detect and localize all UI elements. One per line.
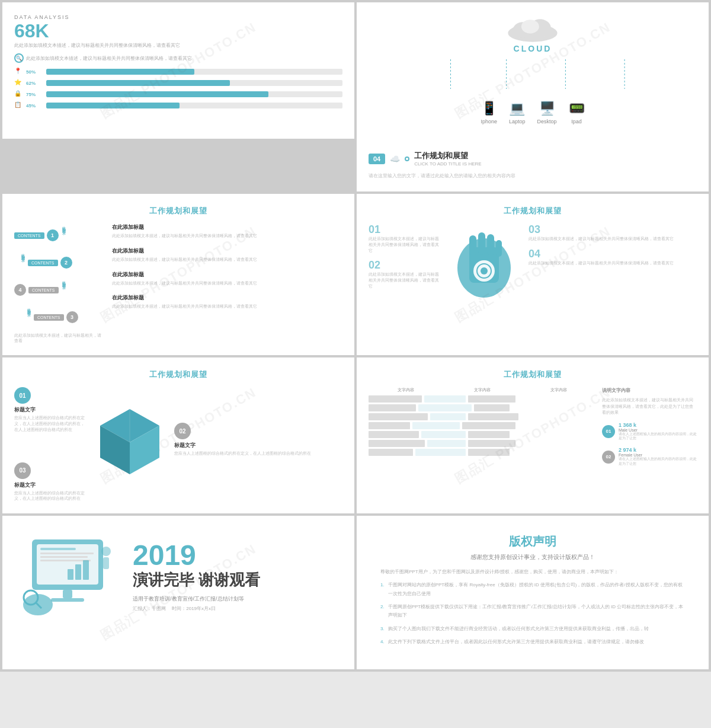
bar-track-1 [46,69,342,75]
contents-left: CONTENTS 1 此处添加如填模文字 此处添加如填模文字 CONTENTS … [14,223,103,343]
star-icon: ⭐ [14,79,23,87]
box-left: 01 标题文字 您应当人上述图框的综合格式的所在定义，在人上述图框的综合格式的所… [14,387,85,502]
circle-num-01: 01 [14,387,31,404]
content-box-1: CONTENTS [14,232,44,239]
right-desc: 此处添加如填模文本描述，建议与标题相关并共同整体保清晰风格，请查看其它，此处是为… [602,397,697,416]
copyright-text-3: 购买了个人图向我们下载文件不能进行商业经营活动，或者以任何形式允许第三方使用提供… [388,625,649,633]
device-iphone: 📱 Iphone [481,101,497,124]
copyright-num-1: 1. [380,581,385,598]
table-row-6 [369,440,596,447]
content-item-2: 在此添加标题 此处添加如填模文本描述，建议与标题相关并共同整体保清晰风格，请查看… [112,247,342,263]
finger-center [446,223,523,301]
item-label-3: 在此添加标题 [112,271,342,279]
user-stat-male: 01 1 368 k Male User 请在人上述图框输入您的相关内容内容说明… [602,422,697,442]
box-title-03: 标题文字 [14,481,85,489]
cloud-lines [369,59,697,89]
tag-icon: ☁️ [390,154,400,164]
slide-copyright: 版权声明 感谢您支持原创设计事业，支持设计版权产品！ 尊敬的千图网PPT用户，为… [357,516,709,669]
final-content: 2019 演讲完毕 谢谢观看 适用于教育培训/教育宣传/工作汇报/总结计划等 汇… [133,541,342,612]
vert-text-1: 此处添加如填模文字 [61,223,66,247]
svg-rect-12 [487,234,494,256]
copyright-subtitle: 感谢您支持原创设计事业，支持设计版权产品！ [380,553,685,561]
done-text: 演讲完毕 谢谢观看 [133,570,342,590]
content-item-3: 在此添加标题 此处添加如填模文本描述，建议与标题相关并共同整体保清晰风格，请查看… [112,271,342,286]
num-item-2: 02 此处添加如填模文本描述，建议与标题相关并共同整体保清晰风格，请查看其它 [369,259,440,289]
svg-point-35 [101,547,111,556]
box-desc-01: 您应当人上述图框的综合格式的所在定义，在人上述图框的综合格式的所在，在人上述图框… [14,415,85,432]
bar-row-2: ⭐ 62% [14,79,342,87]
svg-rect-11 [478,232,485,255]
num-item-1: 01 此处添加如填模文本描述，建议与标题相关并共同整体保清晰风格，请查看其它 [369,223,440,253]
slide6-heading: 工作规划和展望 [369,369,697,380]
bar-label-3: 75% [26,92,43,97]
contents-section: CONTENTS 1 此处添加如填模文字 此处添加如填模文字 CONTENTS … [14,223,342,343]
bar-rows: 📍 50% ⭐ 62% 🔒 75% 📋 45% [14,68,342,110]
svg-rect-23 [40,548,76,550]
circle-num-02: 02 [174,423,191,439]
workplan-desc: 请在这里输入您的文字，请通过此处输入您的请输入您的相关内容内容 [369,173,697,180]
bar-row-4: 📋 45% [14,101,342,110]
svg-point-16 [481,267,488,274]
document-icon: 📋 [14,101,23,110]
device-ipad: 📟 Ipad [569,101,585,124]
item-desc-4: 此处添加如填模文本描述，建议与标题相关并共同整体保清晰风格，请查看其它 [112,304,342,309]
slide-cloud: 图品汇 PHOTOPHOTO.CN CLOUD 📱 Iphone 💻 [357,2,709,139]
item-desc-1: 此处添加如填模文本描述，建议与标题相关并共同整体保清晰风格，请查看其它 [112,233,342,239]
contents-bottom-desc: 此处添加如填模文本描述，建议与标题相关，请查看 [14,333,103,343]
table-right: 说明文字内容 此处添加如填模文本描述，建议与标题相关并共同整体保清晰风格，请查看… [602,387,697,467]
content-item-1: 在此添加标题 此处添加如填模文本描述，建议与标题相关并共同整体保清晰风格，请查看… [112,223,342,239]
num-label-03: 03 [529,223,697,236]
stat-circle-2: 02 [602,451,615,464]
lock-icon: 🔒 [14,90,23,98]
num-desc-04: 此处添加如填模文本描述，建议与标题相关并共同整体保清晰风格，请查看其它 [529,260,697,266]
cloud-label: CLOUD [514,44,552,53]
laptop-label: Laptop [509,119,526,124]
female-desc: 请在人上述图框输入您的相关内容内容说明，此处是为了让您 [619,457,697,467]
copyright-num-4: 4. [380,638,385,646]
bar-row-3: 🔒 75% [14,90,342,98]
svg-rect-10 [469,235,476,256]
copyright-title: 版权声明 [380,534,685,550]
bar-label-1: 50% [26,69,43,75]
stat-info-female: 2 974 k Female User 请在人上述图框输入您的相关内容内容说明，… [619,447,697,467]
copyright-text-2: 千图网原创PPT模板提供下载仅供以下用途：工作汇报/教育宣传推广/工作汇报/总结… [388,603,685,620]
num-label-02: 02 [369,259,440,272]
reporter-info: 汇报人：千图网 时间：2019年x月x日 [133,605,342,612]
num-desc-02: 此处添加如填模文本描述，建议与标题相关并共同整体保清晰风格，请查看其它 [369,272,440,289]
search-icon: 🔍 [14,53,24,63]
item-label-1: 在此添加标题 [112,223,342,231]
box-title-02: 标题文字 [174,442,342,449]
cube-svg [91,403,168,486]
num-item-3: 03 此处添加如填模文本描述，建议与标题相关并共同整体保清晰风格，请查看其它 [529,223,697,242]
content-circle-4: 4 [14,284,26,296]
tag-dot [405,157,409,161]
data-analysis-title: DATA ANALYSIS [14,14,342,20]
contents-right: 在此添加标题 此处添加如填模文本描述，建议与标题相关并共同整体保清晰风格，请查看… [112,223,342,343]
content-row-3: 4 CONTENTS 此处添加如填模文字 [14,278,103,302]
table-section: 文字内容 文字内容 文字内容 [369,387,697,467]
box-desc-03: 您应当人上述图框的综合格式的所在定义，在人上述图框的综合格式的所在 [14,490,85,502]
finger-right: 03 此处添加如填模文本描述，建议与标题相关并共同整体保清晰风格，请查看其它 0… [529,223,697,301]
item-desc-3: 此处添加如填模文本描述，建议与标题相关并共同整体保清晰风格，请查看其它 [112,280,342,286]
ipad-label: Ipad [571,119,582,124]
copyright-item-4: 4. 此文件下列下载格式文件上传平台，或者因此以任何形式允许第三方使用提供来获取… [380,638,685,646]
slide4-heading: 工作规划和展望 [369,206,697,216]
col-header-1: 文字内容 [369,387,443,393]
slide3-heading: 工作规划和展望 [14,206,342,216]
bar-row-1: 📍 50% [14,68,342,76]
slide-final: 图品汇 PHOTOPHOTO.CN [2,516,354,669]
tag-number: 04 [369,154,385,164]
circle-num-03: 03 [14,462,31,479]
vert-text-2: 此处添加如填模文字 [20,251,25,274]
svg-rect-13 [496,240,502,257]
table-row-5 [369,431,596,438]
num-desc-03: 此处添加如填模文本描述，建议与标题相关并共同整体保清晰风格，请查看其它 [529,236,697,242]
num-item-4: 04 此处添加如填模文本描述，建议与标题相关并共同整体保清晰风格，请查看其它 [529,248,697,266]
cloud-shape: CLOUD [369,14,697,53]
slide-contents: 图品汇 PHOTOPHOTO.CN 工作规划和展望 CONTENTS 1 此处添… [2,194,354,355]
bar-track-4 [46,103,342,108]
copyright-num-2: 2. [380,603,385,620]
table-row-4 [369,422,596,429]
svg-rect-36 [103,557,109,569]
table-rows [369,395,596,456]
